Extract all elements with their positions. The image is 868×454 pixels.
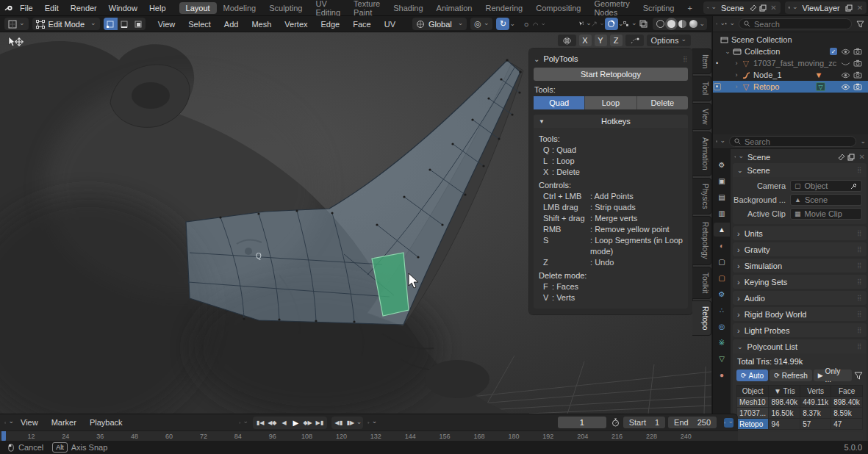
viewport-menu[interactable]: Add bbox=[218, 20, 245, 29]
workspace-tab[interactable]: UV Editing bbox=[309, 0, 347, 18]
editor-type-selector[interactable] bbox=[4, 18, 29, 30]
new-scene-icon[interactable] bbox=[758, 3, 767, 12]
topbar-menu[interactable]: Edit bbox=[39, 4, 65, 12]
shading-wireframe-icon[interactable] bbox=[656, 20, 664, 28]
topbar-menu[interactable]: File bbox=[14, 4, 39, 12]
xray-dropdown[interactable] bbox=[618, 20, 624, 29]
viewlayer-name[interactable]: ViewLayer bbox=[803, 4, 840, 12]
tab-particles-icon[interactable]: ∴ bbox=[714, 303, 730, 317]
topbar-menu[interactable]: Help bbox=[143, 4, 172, 12]
face-select-icon[interactable] bbox=[132, 18, 146, 30]
topbar-menu[interactable]: Window bbox=[103, 4, 143, 12]
collapsed-panel-header[interactable]: ✓ Simulation ⣿ bbox=[733, 259, 867, 273]
stopwatch-icon[interactable] bbox=[611, 418, 620, 428]
keying-icon[interactable] bbox=[367, 418, 377, 428]
proportional-editing-toggle[interactable]: ○ bbox=[520, 18, 533, 30]
panel-grip-icon[interactable]: ⣿ bbox=[683, 56, 688, 62]
show-overlays-dropdown[interactable] bbox=[592, 18, 605, 30]
panel-grip-icon[interactable]: ⣿ bbox=[857, 295, 862, 301]
panel-grip-icon[interactable]: ⣿ bbox=[857, 246, 862, 253]
transport-button[interactable]: ▮◀ bbox=[254, 419, 266, 426]
topbar-menu[interactable]: Render bbox=[65, 4, 103, 12]
workspace-tab[interactable]: Shading bbox=[387, 2, 429, 14]
workspace-tab[interactable]: Rendering bbox=[478, 2, 529, 14]
camera-visibility-icon[interactable] bbox=[853, 48, 863, 55]
snapping-widget[interactable] bbox=[623, 18, 636, 30]
frame-forward-button[interactable]: ▮▶ bbox=[345, 419, 356, 426]
tab-output-icon[interactable]: ▤ bbox=[714, 190, 730, 204]
proportional-falloff-dropdown[interactable] bbox=[533, 18, 546, 30]
frame-back-button[interactable]: ◀▮ bbox=[333, 419, 345, 426]
hide-eye-icon[interactable] bbox=[840, 48, 850, 55]
outliner-collection[interactable]: ⌄ Collection ✓ bbox=[713, 46, 868, 57]
remove-viewlayer-icon[interactable]: ✕ bbox=[857, 4, 863, 12]
frame-step-dropdown[interactable] bbox=[356, 418, 362, 427]
scene-browse-icon[interactable] bbox=[707, 3, 717, 12]
vertex-select-icon[interactable] bbox=[104, 18, 118, 30]
timeline-menu[interactable]: View bbox=[14, 418, 45, 427]
new-scene-icon[interactable] bbox=[847, 152, 856, 162]
mode-selector[interactable]: Edit Mode bbox=[32, 18, 100, 30]
tab-render-icon[interactable]: ▣ bbox=[714, 174, 730, 188]
viewport-menu[interactable]: Face bbox=[346, 20, 377, 29]
end-frame-field[interactable]: End 250 bbox=[668, 417, 717, 428]
expand-arrow-icon[interactable]: › bbox=[732, 83, 741, 90]
workspace-tab[interactable]: Scripting bbox=[636, 2, 681, 14]
polycount-row[interactable]: Retopo 94 57 47 bbox=[737, 419, 863, 430]
timeline-menu[interactable]: Playback bbox=[83, 418, 129, 427]
workspace-tab[interactable]: Texture Paint bbox=[347, 0, 387, 18]
sidebar-tab[interactable]: Toolkit bbox=[692, 267, 711, 299]
mirror-z-button[interactable]: Z bbox=[610, 35, 623, 46]
mirror-y-button[interactable]: Y bbox=[595, 35, 607, 46]
sidebar-tab[interactable]: Retopology bbox=[692, 216, 711, 265]
start-retopology-button[interactable]: Start Retopology bbox=[534, 68, 688, 81]
mirror-x-button[interactable]: X bbox=[579, 35, 592, 46]
tab-collection-icon[interactable]: ▢ bbox=[714, 255, 730, 269]
transform-orientation-selector[interactable]: Global bbox=[412, 18, 467, 30]
scene-name[interactable]: Scene bbox=[721, 4, 744, 12]
viewport-menu[interactable]: UV bbox=[378, 20, 402, 29]
tab-object-data-icon[interactable]: ▽ bbox=[714, 352, 730, 366]
polycount-row[interactable]: 17037... 16.50k 8.37k 8.59k bbox=[737, 408, 863, 419]
edge-select-icon[interactable] bbox=[118, 18, 132, 30]
viewlayer-selector[interactable]: ViewLayer ✕ bbox=[785, 1, 867, 14]
workspace-tab[interactable]: Sculpting bbox=[262, 2, 309, 14]
workspace-tab[interactable]: Modeling bbox=[217, 2, 263, 14]
viewport-menu[interactable]: Select bbox=[182, 20, 218, 29]
shading-material-icon[interactable] bbox=[678, 20, 686, 28]
pin-icon[interactable] bbox=[748, 3, 758, 12]
eyedropper-icon[interactable] bbox=[850, 182, 858, 190]
sidebar-tab[interactable]: Item bbox=[692, 48, 711, 74]
outliner-search-input[interactable]: Search bbox=[739, 18, 852, 29]
tab-physics-icon[interactable]: ◎ bbox=[714, 320, 730, 334]
outliner-scene-collection[interactable]: Scene Collection bbox=[713, 34, 868, 46]
expand-arrow-icon[interactable]: ⌄ bbox=[723, 48, 732, 55]
collapsed-panel-header[interactable]: ✓ Units ⣿ bbox=[733, 226, 867, 240]
polycount-filter-icon[interactable] bbox=[853, 371, 863, 381]
collection-checkbox[interactable]: ✓ bbox=[830, 48, 837, 55]
col-tris[interactable]: ▼ Tris bbox=[769, 386, 800, 397]
collapse-triangle-icon[interactable]: ▼ bbox=[539, 118, 545, 125]
outliner-item-node1[interactable]: › Node_1 ▼ bbox=[713, 69, 868, 81]
shading-solid-icon[interactable] bbox=[667, 20, 675, 28]
playhead[interactable] bbox=[1, 431, 6, 441]
viewport-menu[interactable]: Mesh bbox=[245, 20, 278, 29]
tool-button[interactable]: Delete bbox=[637, 96, 688, 109]
add-workspace-button[interactable]: + bbox=[681, 2, 698, 14]
collapsed-panel-header[interactable]: ✓ Keying Sets ⣿ bbox=[733, 275, 867, 289]
sidebar-tab[interactable]: Physics bbox=[692, 178, 711, 215]
collapsed-panel-header[interactable]: ✓ Gravity ⣿ bbox=[733, 242, 867, 256]
tool-button[interactable]: Loop bbox=[585, 96, 636, 109]
camera-visibility-icon[interactable] bbox=[853, 83, 863, 90]
tool-button[interactable]: Quad bbox=[534, 96, 585, 109]
sidebar-tab[interactable]: Tool bbox=[692, 76, 711, 101]
camera-visibility-icon[interactable] bbox=[853, 60, 863, 67]
outliner-filter-icon[interactable] bbox=[856, 19, 865, 29]
tab-tool-icon[interactable]: ⚙ bbox=[714, 158, 730, 172]
col-object[interactable]: Object bbox=[737, 386, 769, 397]
toggle-xray[interactable] bbox=[605, 18, 618, 30]
unlink-icon[interactable]: ✕ bbox=[859, 153, 865, 161]
eye-closed-icon[interactable] bbox=[840, 60, 850, 67]
tab-object-icon[interactable]: ▢ bbox=[714, 271, 730, 285]
viewport-menu[interactable]: Vertex bbox=[278, 20, 314, 29]
